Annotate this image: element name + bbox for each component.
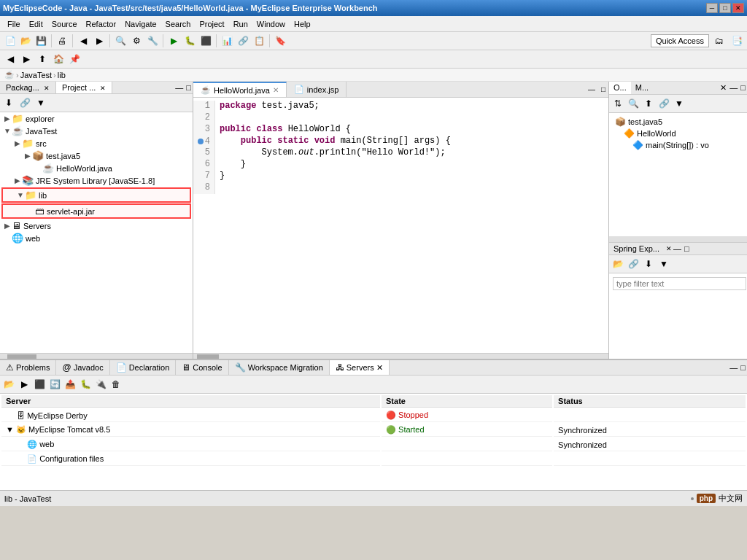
right-panel-close[interactable]: ✕: [719, 82, 728, 94]
servers-disconnect[interactable]: 🔌: [93, 377, 108, 392]
editor-hscrollbar[interactable]: [193, 353, 608, 359]
outline-item[interactable]: 🔷main(String[]) : vo: [612, 139, 744, 151]
tb2-btn2[interactable]: ▶: [19, 52, 34, 66]
outline-link[interactable]: 🔗: [657, 96, 671, 111]
server-row[interactable]: 📄 Configuration files: [1, 453, 746, 466]
editor-tab-helloworld[interactable]: ☕ HelloWorld.java ✕: [193, 82, 287, 97]
tab-close-package[interactable]: ✕: [44, 85, 50, 92]
tb2-btn4[interactable]: 🏠: [51, 52, 66, 66]
tb2-btn1[interactable]: ◀: [3, 52, 18, 66]
link-editor[interactable]: 🔗: [18, 96, 32, 110]
tree-item[interactable]: ▶ 🖥 Servers: [0, 219, 193, 232]
tree-item[interactable]: ▶ 📦 test.java5: [0, 149, 193, 162]
spring-btn3[interactable]: ⬇: [641, 257, 656, 271]
stop-button[interactable]: ⬛: [198, 34, 213, 48]
forward-button[interactable]: ▶: [92, 34, 107, 48]
print-button[interactable]: 🖨: [55, 34, 69, 48]
server-row[interactable]: 🌐 web Synchronized: [1, 438, 746, 451]
tree-toggle[interactable]: ▼: [16, 191, 25, 199]
menu-window[interactable]: Window: [252, 18, 290, 30]
tab-members[interactable]: M...: [631, 82, 653, 94]
line-content[interactable]: [215, 112, 225, 124]
restore-button[interactable]: □: [719, 3, 731, 13]
menu-source[interactable]: Source: [47, 18, 82, 30]
menu-refactor[interactable]: Refactor: [82, 18, 121, 30]
perspective-btn[interactable]: 🗂: [712, 34, 727, 48]
menu-project[interactable]: Project: [195, 18, 228, 30]
tab-declaration[interactable]: 📄 Declaration: [110, 360, 177, 375]
quick-access-button[interactable]: Quick Access: [651, 34, 709, 47]
minimize-button[interactable]: ─: [706, 3, 718, 13]
editor-tab-index[interactable]: 📄 index.jsp: [287, 82, 347, 97]
tree-toggle[interactable]: ▶: [3, 114, 12, 122]
menu-search[interactable]: Search: [161, 18, 196, 30]
tb2-btn3[interactable]: ⬆: [35, 52, 50, 66]
line-content[interactable]: public class HelloWorld {: [215, 124, 351, 136]
menu-edit[interactable]: Edit: [25, 18, 47, 30]
code-editor[interactable]: 1package test.java5;2 3public class Hell…: [193, 98, 608, 353]
menu-run[interactable]: Run: [229, 18, 252, 30]
tab-console[interactable]: 🖥 Console: [176, 360, 228, 375]
tab-close-project[interactable]: ✕: [100, 85, 106, 92]
spring-tab-label[interactable]: Spring Exp...: [609, 243, 664, 254]
toolbar-btn-9[interactable]: 📋: [252, 34, 266, 48]
spring-btn2[interactable]: 🔗: [626, 257, 640, 271]
perspective-btn2[interactable]: 📑: [729, 34, 744, 48]
outline-sort[interactable]: ⇅: [611, 96, 625, 111]
line-content[interactable]: }: [215, 159, 246, 171]
tree-item[interactable]: ☕ HelloWorld.java: [0, 162, 193, 174]
tab-outline[interactable]: O...: [609, 82, 631, 94]
spring-btn4[interactable]: ▼: [657, 257, 671, 271]
tab-workspace-migration[interactable]: 🔧 Workspace Migration: [229, 360, 330, 375]
panel-minimize[interactable]: —: [174, 82, 185, 93]
tab-close-helloworld[interactable]: ✕: [273, 86, 279, 94]
spring-min[interactable]: —: [672, 243, 683, 254]
panel-maximize[interactable]: □: [185, 82, 193, 93]
tab-problems[interactable]: ⚠ Problems: [0, 360, 56, 375]
tree-toggle[interactable]: ▶: [23, 152, 32, 160]
tree-item[interactable]: ▶ 📁 explorer: [0, 112, 193, 125]
toolbar-btn-5[interactable]: ⚙: [129, 34, 144, 48]
toolbar-btn-10[interactable]: 🔖: [273, 34, 287, 48]
tree-item[interactable]: ▶ 📁 src: [0, 137, 193, 149]
tree-item[interactable]: 🌐 web: [0, 232, 193, 244]
bottom-minimize[interactable]: —: [728, 362, 739, 373]
servers-start[interactable]: ▶: [17, 377, 31, 392]
servers-new[interactable]: 📂: [1, 377, 16, 392]
tree-item[interactable]: ▼ ☕ JavaTest: [0, 125, 193, 137]
line-content[interactable]: public static void main(String[] args) {: [215, 136, 451, 147]
toolbar-btn-4[interactable]: 🔍: [113, 34, 128, 48]
spring-filter-input[interactable]: [613, 277, 746, 290]
tab-servers[interactable]: 🖧 Servers ✕: [330, 360, 390, 375]
spring-max[interactable]: □: [683, 243, 691, 254]
line-content[interactable]: System.out.println("Hello World!");: [215, 147, 446, 159]
tree-toggle[interactable]: ▶: [13, 176, 22, 184]
servers-publish[interactable]: 📤: [63, 377, 77, 392]
servers-tab-close[interactable]: ✕: [376, 363, 383, 373]
left-panel-scrollbar[interactable]: [0, 353, 193, 359]
outline-item[interactable]: 📦test.java5: [612, 116, 744, 128]
servers-stop[interactable]: ⬛: [32, 377, 47, 392]
tree-item[interactable]: ▼ 📁 lib: [1, 187, 191, 203]
menu-file[interactable]: File: [3, 18, 25, 30]
servers-delete[interactable]: 🗑: [109, 377, 123, 392]
right-hscroll[interactable]: [609, 236, 747, 242]
toolbar-btn-6[interactable]: 🔧: [145, 34, 160, 48]
tb2-btn5[interactable]: 📌: [67, 52, 82, 66]
outline-menu[interactable]: ▼: [672, 96, 686, 111]
line-content[interactable]: package test.java5;: [215, 101, 320, 112]
menu-navigate[interactable]: Navigate: [120, 18, 160, 30]
toolbar-btn-8[interactable]: 🔗: [236, 34, 250, 48]
server-row[interactable]: ▼ 🐱 MyEclipse Tomcat v8.5 🟢 Started Sync…: [1, 424, 746, 437]
servers-restart[interactable]: 🔄: [47, 377, 62, 392]
outline-filter[interactable]: 🔍: [626, 96, 640, 111]
bottom-maximize[interactable]: □: [739, 362, 747, 373]
tree-item[interactable]: ▶ 📚 JRE System Library [JavaSE-1.8]: [0, 174, 193, 187]
save-button[interactable]: 💾: [34, 34, 48, 48]
editor-maximize[interactable]: □: [598, 84, 608, 95]
debug-button[interactable]: 🐛: [182, 34, 197, 48]
outline-item[interactable]: 🔶HelloWorld: [612, 128, 744, 139]
right-panel-max[interactable]: □: [739, 82, 747, 94]
collapse-all[interactable]: ⬇: [1, 96, 16, 110]
breadcrumb-javatest[interactable]: JavaTest: [20, 71, 52, 79]
